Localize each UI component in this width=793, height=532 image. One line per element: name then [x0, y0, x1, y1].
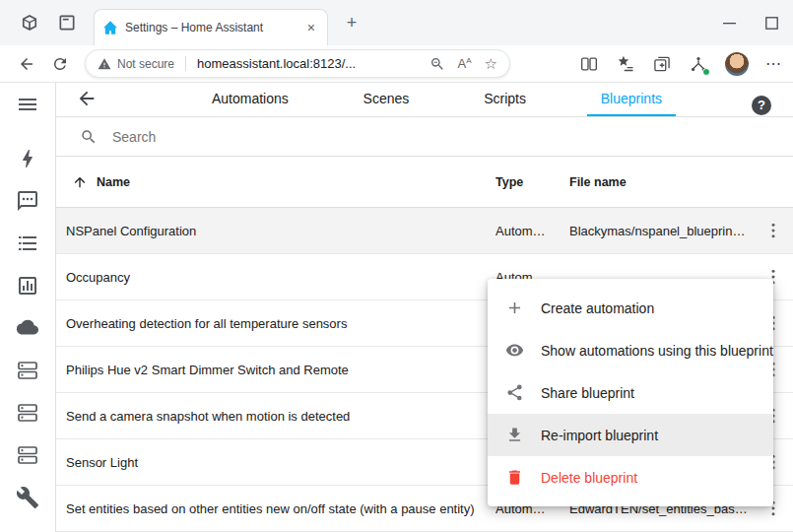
row-name: Send a camera snapshot when motion is de… [56, 409, 496, 424]
sidebar-server-icon-1[interactable] [16, 359, 39, 382]
new-tab-button[interactable]: + [340, 12, 363, 35]
home-assistant-favicon [102, 20, 118, 35]
tab-automations[interactable]: Automations [198, 83, 302, 116]
zoom-icon[interactable] [430, 56, 445, 72]
menu-item-create-automation[interactable]: Create automation [488, 287, 773, 329]
ha-search-bar [56, 117, 793, 157]
profile-avatar[interactable] [725, 52, 749, 76]
tab-blueprints[interactable]: Blueprints [587, 83, 676, 116]
refresh-icon[interactable] [43, 49, 77, 79]
column-header-type[interactable]: Type [496, 175, 569, 189]
row-name: Occupancy [56, 270, 496, 285]
menu-item-delete-blueprint[interactable]: Delete blueprint [488, 456, 773, 499]
ha-header: Automations Scenes Scripts Blueprints ? [56, 83, 793, 117]
sidebar-tools-icon[interactable] [16, 486, 39, 509]
maximize-button[interactable] [751, 0, 793, 45]
table-row[interactable]: NSPanel Configuration Autom… Blackymas/n… [56, 208, 793, 254]
window-controls [708, 0, 793, 45]
ha-tabs: Automations Scenes Scripts Blueprints [174, 83, 699, 116]
favorites-icon[interactable] [616, 54, 635, 74]
tab-actions-icon[interactable] [57, 13, 77, 33]
menu-item-show-automations[interactable]: Show automations using this blueprint [488, 329, 773, 371]
browser-essentials-icon[interactable] [689, 54, 708, 74]
row-file: Blackymas/nspanel_blueprin… [569, 224, 754, 238]
sidebar-todo-list-icon[interactable] [16, 232, 39, 255]
table-header-row: Name Type File name [56, 157, 793, 208]
sidebar-cloud-icon[interactable] [16, 316, 39, 340]
row-name: Set entities based on other entities new… [56, 501, 496, 516]
menu-item-label: Re-import blueprint [541, 428, 658, 443]
row-name: NSPanel Configuration [56, 224, 496, 238]
ha-back-icon[interactable] [76, 88, 99, 111]
menu-item-label: Delete blueprint [541, 470, 637, 486]
search-input[interactable] [112, 129, 793, 145]
menu-item-label: Show automations using this blueprint [541, 343, 773, 359]
split-screen-icon[interactable] [579, 54, 599, 74]
blueprint-context-menu: Create automation Show automations using… [488, 279, 773, 506]
security-label[interactable]: Not secure [117, 57, 174, 71]
favorite-star-icon[interactable]: ☆ [485, 56, 497, 71]
browser-menu-icon[interactable]: ⋯ [765, 56, 781, 72]
browser-tab[interactable]: Settings – Home Assistant × [94, 9, 328, 45]
address-actions: AA ☆ [430, 56, 497, 72]
row-name: Sensor Light [56, 455, 496, 470]
browser-titlebar: Settings – Home Assistant × + [0, 0, 793, 45]
column-header-file[interactable]: File name [569, 175, 754, 189]
minimize-button[interactable] [708, 0, 751, 45]
address-bar[interactable]: Not secure homeassistant.local:8123/... … [85, 49, 510, 78]
sidebar-menu-icon[interactable] [16, 93, 39, 116]
tab-title: Settings – Home Assistant [125, 21, 297, 34]
plus-icon [505, 299, 524, 317]
row-name: Overheating detection for all temperatur… [56, 316, 496, 331]
back-icon[interactable] [10, 49, 43, 79]
eye-icon [505, 341, 524, 360]
browser-window: Settings – Home Assistant × + Not secure [0, 0, 793, 532]
workspaces-icon[interactable] [20, 13, 39, 33]
menu-item-label: Create automation [541, 300, 654, 316]
url-text[interactable]: homeassistant.local:8123/... [197, 56, 424, 71]
row-name: Philips Hue v2 Smart Dimmer Switch and R… [56, 363, 496, 377]
search-icon [80, 128, 98, 146]
trash-icon [505, 468, 524, 487]
menu-item-label: Share blueprint [541, 385, 634, 401]
browser-toolbar: Not secure homeassistant.local:8123/... … [0, 45, 793, 83]
status-dot [702, 68, 710, 76]
menu-item-share-blueprint[interactable]: Share blueprint [488, 371, 773, 414]
tab-scenes[interactable]: Scenes [350, 83, 424, 116]
column-header-name[interactable]: Name [56, 174, 496, 190]
share-icon [505, 383, 524, 402]
help-icon[interactable]: ? [752, 96, 771, 115]
tab-scripts[interactable]: Scripts [470, 83, 540, 116]
row-kebab-icon[interactable] [763, 221, 783, 240]
ha-sidebar [0, 83, 56, 532]
collections-icon[interactable] [652, 54, 672, 74]
sidebar-server-icon-3[interactable] [16, 443, 39, 467]
toolbar-right: ⋯ [579, 52, 781, 76]
download-icon [505, 426, 524, 444]
tab-close-icon[interactable]: × [303, 20, 319, 35]
read-aloud-icon[interactable]: AA [458, 57, 472, 70]
sidebar-assist-icon[interactable] [16, 189, 39, 213]
sidebar-server-icon-2[interactable] [16, 401, 39, 425]
menu-item-reimport-blueprint[interactable]: Re-import blueprint [488, 414, 773, 456]
sidebar-energy-icon[interactable] [16, 147, 39, 170]
sort-ascending-icon [72, 174, 88, 190]
sidebar-history-icon[interactable] [16, 274, 39, 298]
not-secure-warning-icon[interactable] [98, 57, 111, 71]
row-type: Autom… [496, 224, 569, 238]
address-divider [185, 56, 186, 71]
